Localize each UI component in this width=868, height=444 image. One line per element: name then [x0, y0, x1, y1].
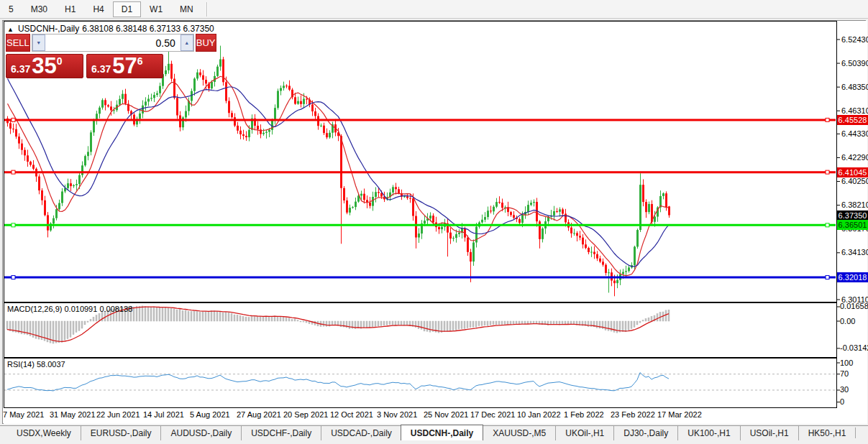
rsi-tick-label: 100: [840, 359, 853, 367]
symbol-tab-hk50[interactable]: HK50-,H1: [798, 426, 856, 440]
rsi-tick-label: 30: [840, 385, 849, 394]
buy-button[interactable]: BUY: [196, 34, 216, 52]
rsi-tick-label: 0: [840, 397, 844, 406]
volume-decrease-button[interactable]: ▼: [32, 34, 45, 51]
volume-increase-button[interactable]: ▲: [181, 34, 193, 51]
date-tick-label: 20 Sep 2021: [283, 410, 328, 419]
date-tick-label: 14 Jul 2021: [143, 410, 184, 419]
volume-input[interactable]: [45, 34, 181, 51]
symbol-tab-usdx[interactable]: USDX,Weekly: [7, 426, 81, 440]
timeframe-button-mn[interactable]: MN: [171, 1, 202, 17]
timeframe-button-5[interactable]: 5: [0, 1, 22, 17]
chart-title-symbol: USDCNH-,Daily: [18, 24, 79, 34]
rsi-tick-label: 70: [840, 369, 849, 378]
macd-tick-label: 0.00: [840, 317, 855, 325]
date-tick-label: 17 Dec 2021: [470, 410, 515, 419]
symbol-tab-ukoil[interactable]: UKOil-,H1: [555, 426, 613, 440]
application-window: 5M30H1H4D1W1MN ▲USDCNH-,Daily6.38108 6.3…: [0, 0, 868, 444]
price-tick-label: 6.44330: [841, 129, 868, 138]
date-tick-label: 17 Mar 2022: [657, 410, 702, 419]
date-tick-label: 12 Oct 2021: [330, 410, 373, 419]
symbol-tab-uk100[interactable]: UK100-,H1: [677, 426, 739, 440]
macd-indicator-label: MACD(12,26,9) 0.010991 0.008138: [7, 305, 132, 313]
chart-title: ▲USDCNH-,Daily6.38108 6.38148 6.37133 6.…: [7, 24, 214, 34]
date-tick-label: 31 May 2021: [50, 410, 96, 419]
sell-price-display[interactable]: 6.37 35 0: [6, 54, 83, 78]
price-tick-label: 6.42290: [841, 153, 868, 162]
sell-price-prefix: 6.37: [11, 63, 30, 76]
symbol-tab-eurusd[interactable]: EURUSD-,Daily: [81, 426, 161, 440]
price-badge-637350: 6.37350: [837, 211, 868, 221]
buy-price-main: 57: [112, 56, 137, 76]
price-badge-641045: 6.41045: [837, 167, 868, 177]
symbol-tab-audusd[interactable]: AUDUSD-,Daily: [160, 426, 241, 440]
rsi-pane[interactable]: [4, 358, 837, 408]
symbol-tab-usdcad[interactable]: USDCAD-,Daily: [321, 426, 401, 440]
price-badge-632018: 6.32018: [837, 272, 868, 282]
rsi-indicator-label: RSI(14) 58.0037: [7, 360, 65, 369]
timeframe-toolbar: 5M30H1H4D1W1MN: [0, 0, 868, 19]
buy-price-prefix: 6.37: [91, 63, 111, 76]
buy-price-pip: 6: [137, 55, 143, 67]
symbol-tab-usdchf[interactable]: USDCHF-,Daily: [241, 426, 321, 440]
timeframe-button-h1[interactable]: H1: [56, 1, 84, 17]
price-badge-645528: 6.45528: [837, 115, 868, 125]
sell-price-pip: 0: [57, 55, 63, 67]
expand-triangle-icon[interactable]: ▲: [7, 26, 14, 33]
date-tick-label: 1 Feb 2022: [564, 410, 604, 419]
date-tick-label: 10 Jan 2022: [517, 410, 561, 419]
price-tick-label: 6.38210: [841, 200, 868, 209]
symbol-tab-bar: USDX,WeeklyEURUSD-,DailyAUDUSD-,DailyUSD…: [0, 425, 868, 440]
buy-price-display[interactable]: 6.37 57 6: [86, 54, 163, 78]
timeframe-button-h4[interactable]: H4: [84, 1, 112, 17]
date-tick-label: 7 May 2021: [3, 410, 44, 419]
price-badge-636501: 6.36501: [837, 220, 868, 230]
timeframe-button-w1[interactable]: W1: [141, 1, 171, 17]
price-tick-label: 6.40250: [841, 177, 868, 185]
date-tick-label: 5 Aug 2021: [190, 410, 230, 419]
date-tick-label: 27 Aug 2021: [237, 410, 281, 419]
one-click-trade-panel: SELL ▼ ▲ BUY 6.37 35 0 6.37 57 6: [6, 34, 165, 78]
tab-scroll-controls: ◄ ►: [855, 425, 868, 440]
symbol-tab-usoil[interactable]: USOil-,H1: [740, 426, 798, 440]
timeframe-button-m30[interactable]: M30: [22, 1, 56, 17]
date-tick-label: 3 Nov 2021: [377, 410, 417, 419]
date-tick-label: 22 Jun 2021: [96, 410, 140, 419]
tab-divider: [855, 427, 856, 438]
symbol-tab-xauusd[interactable]: XAUUSD-,M5: [483, 426, 555, 440]
macd-tick-label: 0.016586: [840, 302, 868, 310]
price-tick-label: 6.50390: [841, 59, 868, 68]
toolbar-separator: [206, 2, 207, 17]
price-tick-label: 6.46310: [841, 106, 868, 115]
chart-title-ohlc: 6.38108 6.38148 6.37133 6.37350: [82, 24, 214, 34]
symbol-tab-usdcnh[interactable]: USDCNH-,Daily: [401, 425, 483, 440]
date-tick-label: 25 Nov 2021: [424, 410, 468, 419]
price-tick-label: 6.34130: [841, 248, 868, 256]
symbol-tab-dj30[interactable]: DJ30-,Daily: [613, 426, 677, 440]
sell-button[interactable]: SELL: [6, 34, 30, 52]
macd-tick-label: -0.03142: [840, 343, 868, 352]
date-tick-label: 23 Feb 2022: [611, 410, 655, 419]
volume-spinner: ▼ ▲: [32, 34, 194, 52]
price-tick-label: 6.48350: [841, 83, 868, 91]
symbol-tabs: USDX,WeeklyEURUSD-,DailyAUDUSD-,DailyUSD…: [7, 425, 855, 440]
timeframe-button-d1[interactable]: D1: [113, 1, 141, 17]
price-tick-label: 6.52430: [841, 35, 868, 44]
sell-price-main: 35: [32, 56, 56, 76]
